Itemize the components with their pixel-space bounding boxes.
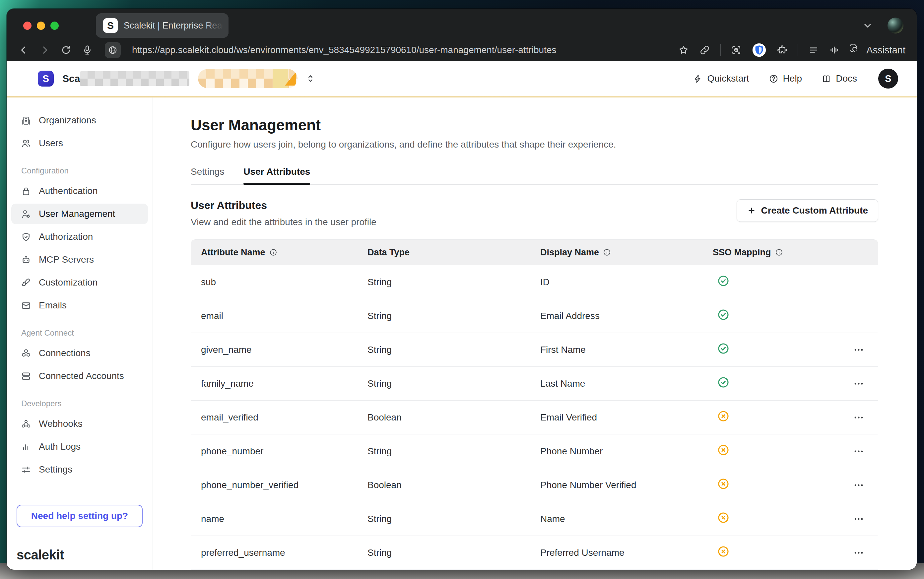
zoom-window-button[interactable]: [51, 21, 59, 30]
sidebar-item-connected-accounts[interactable]: Connected Accounts: [11, 366, 148, 386]
cell-attribute-name: phone_number_verified: [201, 480, 368, 491]
close-window-button[interactable]: [23, 21, 31, 30]
sso-mapped-check-icon: [717, 342, 730, 355]
cell-data-type: String: [368, 446, 540, 456]
row-menu-icon[interactable]: [853, 547, 865, 559]
audio-waveform-icon[interactable]: [829, 44, 841, 56]
sidebar-item-mcp-servers[interactable]: MCP Servers: [11, 249, 148, 270]
sidebar-item-authentication[interactable]: Authentication: [11, 181, 148, 201]
copy-link-icon[interactable]: [699, 44, 710, 56]
tab-list-chevron-icon[interactable]: [862, 20, 873, 31]
environment-switcher-icon[interactable]: [305, 73, 316, 84]
table-body: sub String ID email String Email Address…: [191, 265, 878, 569]
screenshot-search-icon[interactable]: [731, 44, 742, 56]
toolbar-divider: [798, 44, 798, 56]
tab-title: Scalekit | Enterprise Ready A: [124, 21, 229, 31]
cell-display-name: Name: [540, 514, 713, 524]
extensions-puzzle-icon[interactable]: [777, 44, 788, 56]
sso-mapped-check-icon: [717, 308, 730, 321]
environment-badge-redacted[interactable]: [198, 69, 298, 88]
page-subtitle: Configure how users join, belong to orga…: [191, 139, 878, 150]
browser-window: S Scalekit | Enterprise Ready A https://…: [7, 9, 917, 570]
password-manager-shield-icon[interactable]: [752, 43, 767, 57]
cubes-icon: [21, 348, 31, 359]
user-avatar[interactable]: S: [878, 69, 898, 88]
table-row-name: name String Name: [191, 502, 878, 536]
forward-icon[interactable]: [39, 44, 51, 56]
sidebar-item-settings[interactable]: Settings: [11, 459, 148, 480]
row-menu-icon[interactable]: [853, 479, 865, 491]
column-header-display-name: Display Name: [540, 247, 713, 258]
users-icon: [21, 138, 31, 149]
need-help-button[interactable]: Need help setting up?: [16, 505, 142, 527]
sidebar-section-agent-connect: Agent Connect: [21, 328, 148, 338]
tab-settings[interactable]: Settings: [191, 167, 224, 184]
minimize-window-button[interactable]: [37, 21, 45, 30]
row-menu-icon[interactable]: [853, 344, 865, 356]
servers-icon: [21, 371, 31, 382]
cell-sso-mapping: [713, 511, 822, 527]
lightning-icon: [693, 74, 703, 84]
sso-mapped-check-icon: [717, 376, 730, 389]
table-row-email: email String Email Address: [191, 299, 878, 333]
webhook-icon: [21, 419, 31, 429]
address-bar[interactable]: https://app.scalekit.cloud/ws/environmen…: [132, 45, 668, 56]
sidebar-item-customization[interactable]: Customization: [11, 272, 148, 293]
row-menu-icon[interactable]: [853, 513, 865, 525]
cell-data-type: String: [368, 277, 540, 288]
back-icon[interactable]: [18, 44, 29, 56]
assistant-swirl-icon: [850, 44, 862, 56]
cell-data-type: String: [368, 378, 540, 389]
cell-data-type: Boolean: [368, 412, 540, 423]
browser-profile-avatar[interactable]: [888, 18, 903, 33]
sidebar-item-users[interactable]: Users: [11, 133, 148, 154]
cell-sso-mapping: [713, 409, 822, 425]
info-icon[interactable]: [775, 248, 783, 257]
browser-tab[interactable]: S Scalekit | Enterprise Ready A: [96, 13, 229, 38]
sidebar-item-organizations[interactable]: Organizations: [11, 110, 148, 131]
create-custom-attribute-label: Create Custom Attribute: [761, 205, 868, 216]
bars-icon: [21, 442, 31, 452]
lock-icon: [21, 186, 31, 197]
help-button[interactable]: Help: [769, 73, 802, 84]
sidebar: Organizations Users Configuration Authen…: [7, 98, 153, 570]
tab-user-attributes[interactable]: User Attributes: [244, 167, 310, 184]
sidebar-item-auth-logs[interactable]: Auth Logs: [11, 437, 148, 457]
row-menu-icon[interactable]: [853, 445, 865, 457]
cell-sso-mapping: [713, 342, 822, 358]
row-menu-icon[interactable]: [853, 378, 865, 390]
cell-attribute-name: sub: [201, 277, 368, 288]
reader-mode-icon[interactable]: [808, 44, 819, 56]
create-custom-attribute-button[interactable]: Create Custom Attribute: [737, 199, 878, 222]
sidebar-nav: Organizations Users Configuration Authen…: [11, 110, 148, 482]
reload-icon[interactable]: [61, 44, 72, 56]
site-info-chip[interactable]: [105, 42, 121, 58]
assistant-button[interactable]: Assistant: [850, 44, 905, 56]
table-row-given-name: given_name String First Name: [191, 333, 878, 366]
sidebar-item-connections[interactable]: Connections: [11, 343, 148, 363]
mic-icon[interactable]: [82, 44, 93, 56]
row-menu-icon[interactable]: [853, 412, 865, 424]
info-icon[interactable]: [603, 248, 611, 257]
info-icon[interactable]: [269, 248, 278, 257]
cell-attribute-name: preferred_username: [201, 548, 368, 558]
cell-data-type: String: [368, 548, 540, 558]
cell-sso-mapping: [713, 376, 822, 391]
mail-icon: [21, 300, 31, 311]
sidebar-item-emails[interactable]: Emails: [11, 295, 148, 316]
sidebar-item-webhooks[interactable]: Webhooks: [11, 414, 148, 434]
cell-sso-mapping: [713, 443, 822, 459]
sidebar-item-authorization[interactable]: Authorization: [11, 226, 148, 247]
quickstart-button[interactable]: Quickstart: [693, 73, 749, 84]
table-row-preferred-username: preferred_username String Preferred User…: [191, 536, 878, 569]
table-row-phone-number-verified: phone_number_verified Boolean Phone Numb…: [191, 468, 878, 502]
sidebar-item-user-management[interactable]: User Management: [11, 204, 148, 224]
main-content: User Management Configure how users join…: [153, 98, 917, 570]
attributes-table: Attribute Name Data Type Display Name SS…: [191, 239, 878, 570]
cell-attribute-name: given_name: [201, 345, 368, 355]
cell-display-name: Email Address: [540, 311, 713, 321]
bookmark-star-icon[interactable]: [678, 44, 689, 56]
sso-unmapped-x-icon: [717, 477, 730, 491]
docs-button[interactable]: Docs: [821, 73, 857, 84]
cell-data-type: Boolean: [368, 480, 540, 491]
